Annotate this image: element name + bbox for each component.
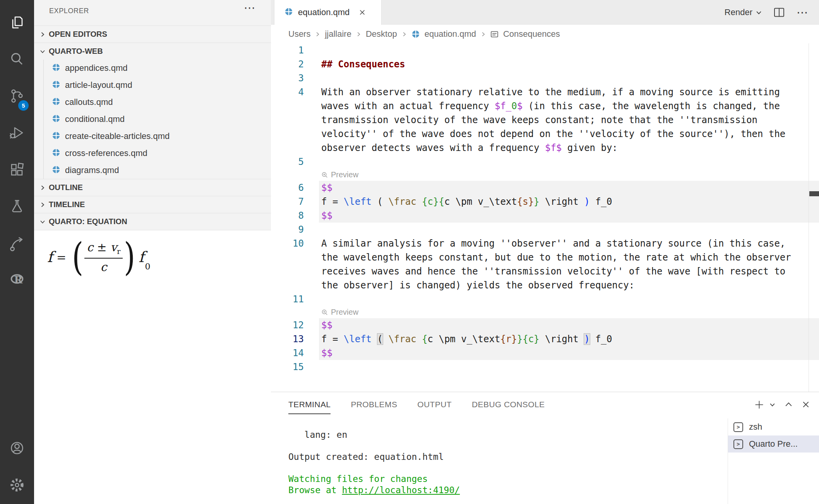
line-number: 4 (271, 85, 319, 99)
code-row: the wavelength keeps constant, but due t… (271, 250, 819, 264)
breadcrumb-symbol[interactable]: Consequences (503, 29, 560, 39)
section-timeline[interactable]: TIMELINE (34, 196, 271, 213)
code-row: transmission velocity of the wave keeps … (271, 113, 819, 127)
code-line[interactable]: With an observer stationary relative to … (319, 85, 819, 99)
quarto-file-icon (52, 114, 60, 124)
sidebar-more-actions-icon[interactable]: ⋯ (244, 1, 255, 14)
session-label: Quarto Pre... (749, 439, 798, 449)
breadcrumb-desktop[interactable]: Desktop (366, 29, 397, 39)
tab-label: equation.qmd (298, 7, 350, 17)
run-debug-icon[interactable] (0, 120, 34, 145)
section-quarto-web[interactable]: QUARTO-WEB (34, 43, 271, 60)
file-item[interactable]: diagrams.qmd (34, 162, 271, 179)
search-icon[interactable] (0, 47, 34, 72)
codelens-row: Preview (271, 306, 819, 318)
sidebar-title: EXPLORER (49, 7, 89, 15)
testing-flask-icon[interactable] (0, 194, 34, 219)
settings-gear-icon[interactable] (0, 473, 34, 497)
code-row: 7f = \left ( \frac {c}{c \pm v_\text{s}}… (271, 195, 819, 209)
chevron-right-icon (39, 202, 46, 207)
file-item[interactable]: article-layout.qmd (34, 77, 271, 94)
code-line[interactable]: ## Consequences (319, 57, 819, 71)
code-line[interactable]: observer detects waves with a frequency … (319, 141, 819, 155)
code-line[interactable]: the wavelength keeps constant, but due t… (319, 250, 819, 264)
left-paren: ( (72, 242, 83, 273)
r-language-icon[interactable]: R (0, 267, 34, 292)
code-line[interactable] (319, 155, 819, 169)
split-editor-icon[interactable] (773, 7, 785, 18)
code-line[interactable] (319, 360, 819, 374)
terminal-line: lang: en (288, 429, 347, 441)
code-rows: 12## Consequences34With an observer stat… (271, 43, 819, 374)
code-line[interactable]: $$ (319, 181, 819, 195)
section-outline[interactable]: OUTLINE (34, 179, 271, 196)
scm-badge: 5 (18, 100, 29, 111)
code-line[interactable]: transmission velocity of the wave keeps … (319, 113, 819, 127)
equation-lhs: f (47, 249, 53, 266)
quarto-publish-icon[interactable] (0, 231, 34, 255)
tab-equation-qmd[interactable]: equation.qmd (274, 0, 382, 25)
terminal-session-zsh[interactable]: >zsh (728, 418, 819, 435)
file-item[interactable]: cross-references.qmd (34, 145, 271, 162)
editor-body[interactable]: 12## Consequences34With an observer stat… (271, 43, 819, 392)
breadcrumb-file[interactable]: equation.qmd (425, 29, 476, 39)
file-item[interactable]: create-citeable-articles.qmd (34, 128, 271, 145)
code-line[interactable] (319, 223, 819, 237)
terminal-session-quarto-pre-[interactable]: >Quarto Pre... (728, 435, 819, 453)
codelens-preview-link[interactable]: Preview (319, 169, 819, 181)
code-row: velocity'' of the wave does not depend o… (271, 127, 819, 141)
file-label: callouts.qmd (65, 97, 113, 107)
sidebar-header: EXPLORER ⋯ (34, 0, 271, 22)
code-line[interactable]: $$ (319, 209, 819, 223)
panel-tab-output[interactable]: OUTPUT (417, 400, 452, 409)
section-symbol-icon (490, 30, 499, 38)
terminal-session-list: >zsh>Quarto Pre... (728, 418, 819, 453)
code-line[interactable]: $$ (319, 318, 819, 332)
code-line[interactable]: receives waves and hence the ''transmiss… (319, 264, 819, 278)
new-terminal-icon[interactable] (754, 400, 764, 410)
chevron-right-icon (481, 32, 486, 37)
account-icon[interactable] (0, 436, 34, 461)
code-line[interactable]: velocity'' of the wave does not depend o… (319, 127, 819, 141)
terminal-dropdown-icon[interactable] (769, 402, 775, 408)
quarto-file-icon (411, 30, 420, 38)
tab-close-icon[interactable] (359, 9, 366, 16)
explorer-icon[interactable] (0, 10, 34, 35)
file-item[interactable]: conditional.qmd (34, 111, 271, 128)
line-number: 15 (271, 360, 319, 374)
section-open-editors[interactable]: OPEN EDITORS (34, 26, 271, 43)
breadcrumb-jjallaire[interactable]: jjallaire (325, 29, 351, 39)
code-line[interactable]: waves with an actual frequency $f_0$ (in… (319, 99, 819, 113)
code-line[interactable] (319, 71, 819, 85)
code-line[interactable] (319, 292, 819, 306)
panel-tab-problems[interactable]: PROBLEMS (351, 400, 397, 409)
chevron-down-icon (39, 49, 46, 54)
file-item[interactable]: callouts.qmd (34, 94, 271, 111)
extensions-icon[interactable] (0, 157, 34, 182)
code-line[interactable]: A similar analysis for a moving ''observ… (319, 237, 819, 250)
terminal-icon: > (733, 422, 743, 432)
code-line[interactable]: f = \left ( \frac {c \pm v_\text{r}}{c} … (319, 332, 819, 346)
file-item[interactable]: appendices.qmd (34, 60, 271, 77)
code-line[interactable]: the observer] is changed) yields the obs… (319, 278, 819, 292)
close-panel-icon[interactable] (802, 401, 810, 408)
source-control-icon[interactable]: 5 (0, 84, 34, 108)
code-row: 5 (271, 155, 819, 169)
code-line[interactable]: f = \left ( \frac {c}{c \pm v_\text{s}} … (319, 195, 819, 209)
breadcrumb-users[interactable]: Users (288, 29, 310, 39)
file-label: diagrams.qmd (65, 165, 119, 175)
render-button[interactable]: Render (725, 7, 762, 17)
chevron-down-icon (39, 219, 46, 225)
maximize-panel-icon[interactable] (785, 401, 793, 409)
codelens-preview-link[interactable]: Preview (319, 306, 819, 318)
terminal-link[interactable]: http://localhost:4190/ (342, 485, 460, 495)
section-quarto-equation[interactable]: QUARTO: EQUATION (34, 213, 271, 230)
panel-tab-terminal[interactable]: TERMINAL (288, 400, 331, 409)
panel-tab-debug-console[interactable]: DEBUG CONSOLE (472, 400, 545, 409)
quarto-file-icon (52, 80, 60, 90)
line-number (271, 113, 319, 127)
file-label: conditional.qmd (65, 114, 125, 124)
code-line[interactable] (319, 43, 819, 57)
code-line[interactable]: $$ (319, 346, 819, 360)
overview-ruler-decoration[interactable] (809, 191, 819, 196)
